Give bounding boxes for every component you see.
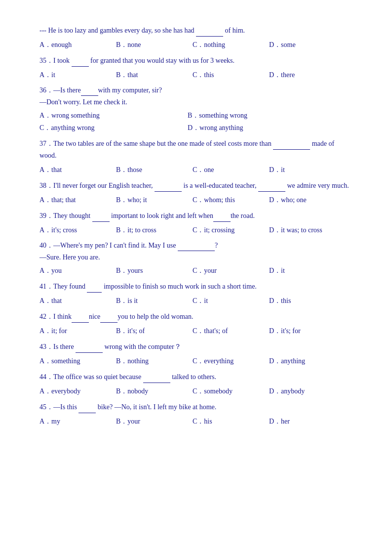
question-35: 35．I took for granted that you would sta… bbox=[39, 55, 353, 81]
option-41-d: D．this bbox=[269, 295, 346, 307]
option-38-b: B．who; it bbox=[116, 194, 193, 206]
option-45-d: D．her bbox=[269, 415, 346, 427]
option-40-d: D．it bbox=[269, 264, 346, 277]
option-36-c: C．anything wrong bbox=[39, 122, 188, 134]
option-43-b: B．nothing bbox=[116, 355, 193, 367]
option-42-b: B．it's; of bbox=[116, 325, 193, 337]
question-38: 38．I'll never forget our English teacher… bbox=[39, 180, 353, 206]
options-row-44: A．everybody B．nobody C．somebody D．anybod… bbox=[39, 385, 353, 397]
option-42-d: D．it's; for bbox=[269, 325, 346, 337]
option-41-b: B．is it bbox=[116, 295, 193, 307]
option-36-b: B．something wrong bbox=[188, 109, 336, 122]
options-row-36: A．wrong something B．something wrong C．an… bbox=[39, 109, 353, 134]
question-39-text: 39．They thought important to look right … bbox=[39, 210, 353, 222]
option-44-c: C．somebody bbox=[193, 385, 269, 397]
option-45-c: C．his bbox=[193, 415, 269, 427]
options-row-37: A．that B．those C．one D．it bbox=[39, 164, 353, 176]
option-36-a: A．wrong something bbox=[39, 109, 188, 122]
option-37-a: A．that bbox=[39, 164, 116, 176]
options-row-38: A．that; that B．who; it C．whom; this D．wh… bbox=[39, 194, 353, 206]
question-43-text: 43．Is there wrong with the computer？ bbox=[39, 341, 353, 353]
option-35-b: B．that bbox=[116, 69, 193, 81]
option-40-b: B．yours bbox=[116, 264, 193, 277]
question-42-text: 42．I thinkniceyou to help the old woman. bbox=[39, 311, 353, 323]
options-row-40: A．you B．yours C．your D．it bbox=[39, 264, 353, 277]
options-row-35: A．it B．that C．this D．there bbox=[39, 69, 353, 81]
option-a: A．enough bbox=[39, 39, 116, 51]
option-39-d: D．it was; to cross bbox=[269, 224, 346, 236]
question-44-text: 44．The office was so quiet because talke… bbox=[39, 371, 353, 383]
question-36: 36．—Is therewith my computer, sir? —Don'… bbox=[39, 85, 353, 134]
options-row-intro: A．enough B．none C．nothing D．some bbox=[39, 39, 353, 51]
option-42-a: A．it; for bbox=[39, 325, 116, 337]
option-43-a: A．something bbox=[39, 355, 116, 367]
question-42: 42．I thinkniceyou to help the old woman.… bbox=[39, 311, 353, 337]
option-43-d: D．anything bbox=[269, 355, 346, 367]
option-37-d: D．it bbox=[269, 164, 346, 176]
question-36-line2: —Don't worry. Let me check it. bbox=[39, 97, 353, 108]
question-37: 37．The two tables are of the same shape … bbox=[39, 138, 353, 176]
option-41-c: C．it bbox=[193, 295, 269, 307]
option-c: C．nothing bbox=[193, 39, 269, 51]
option-36-d: D．wrong anything bbox=[188, 122, 336, 134]
question-44: 44．The office was so quiet because talke… bbox=[39, 371, 353, 397]
question-35-text: 35．I took for granted that you would sta… bbox=[39, 55, 353, 67]
options-row-43: A．something B．nothing C．everything D．any… bbox=[39, 355, 353, 367]
option-38-d: D．who; one bbox=[269, 194, 346, 206]
option-39-a: A．it's; cross bbox=[39, 224, 116, 236]
question-40-line1: 40．—Where's my pen? I can't find it. May… bbox=[39, 240, 353, 251]
question-37-text: 37．The two tables are of the same shape … bbox=[39, 138, 353, 162]
option-b: B．none bbox=[116, 39, 193, 51]
options-row-45: A．my B．your C．his D．her bbox=[39, 415, 353, 427]
option-42-c: C．that's; of bbox=[193, 325, 269, 337]
option-44-d: D．anybody bbox=[269, 385, 346, 397]
option-d: D．some bbox=[269, 39, 346, 51]
option-40-a: A．you bbox=[39, 264, 116, 277]
option-43-c: C．everything bbox=[193, 355, 269, 367]
option-35-a: A．it bbox=[39, 69, 116, 81]
option-45-b: B．your bbox=[116, 415, 193, 427]
option-35-d: D．there bbox=[269, 69, 346, 81]
option-40-c: C．your bbox=[193, 264, 269, 277]
option-44-b: B．nobody bbox=[116, 385, 193, 397]
question-38-text: 38．I'll never forget our English teacher… bbox=[39, 180, 353, 192]
option-37-b: B．those bbox=[116, 164, 193, 176]
options-row-41: A．that B．is it C．it D．this bbox=[39, 295, 353, 307]
question-41-text: 41．They found impossible to finish so mu… bbox=[39, 281, 353, 293]
question-45-text: 45．—Is this bike? —No, it isn't. I left … bbox=[39, 401, 353, 413]
question-40: 40．—Where's my pen? I can't find it. May… bbox=[39, 240, 353, 277]
content-area: --- He is too lazy and gambles every day… bbox=[39, 25, 353, 427]
option-37-c: C．one bbox=[193, 164, 269, 176]
option-39-c: C．it; crossing bbox=[193, 224, 269, 236]
option-41-a: A．that bbox=[39, 295, 116, 307]
option-39-b: B．it; to cross bbox=[116, 224, 193, 236]
option-35-c: C．this bbox=[193, 69, 269, 81]
option-44-a: A．everybody bbox=[39, 385, 116, 397]
options-row-42: A．it; for B．it's; of C．that's; of D．it's… bbox=[39, 325, 353, 337]
question-41: 41．They found impossible to finish so mu… bbox=[39, 281, 353, 307]
question-40-line2: —Sure. Here you are. bbox=[39, 252, 353, 263]
question-39: 39．They thought important to look right … bbox=[39, 210, 353, 236]
options-row-39: A．it's; cross B．it; to cross C．it; cross… bbox=[39, 224, 353, 236]
question-45: 45．—Is this bike? —No, it isn't. I left … bbox=[39, 401, 353, 427]
option-38-c: C．whom; this bbox=[193, 194, 269, 206]
question-36-line1: 36．—Is therewith my computer, sir? bbox=[39, 85, 353, 96]
option-45-a: A．my bbox=[39, 415, 116, 427]
question-intro: --- He is too lazy and gambles every day… bbox=[39, 25, 353, 51]
question-intro-text: --- He is too lazy and gambles every day… bbox=[39, 25, 353, 37]
question-43: 43．Is there wrong with the computer？ A．s… bbox=[39, 341, 353, 367]
option-38-a: A．that; that bbox=[39, 194, 116, 206]
